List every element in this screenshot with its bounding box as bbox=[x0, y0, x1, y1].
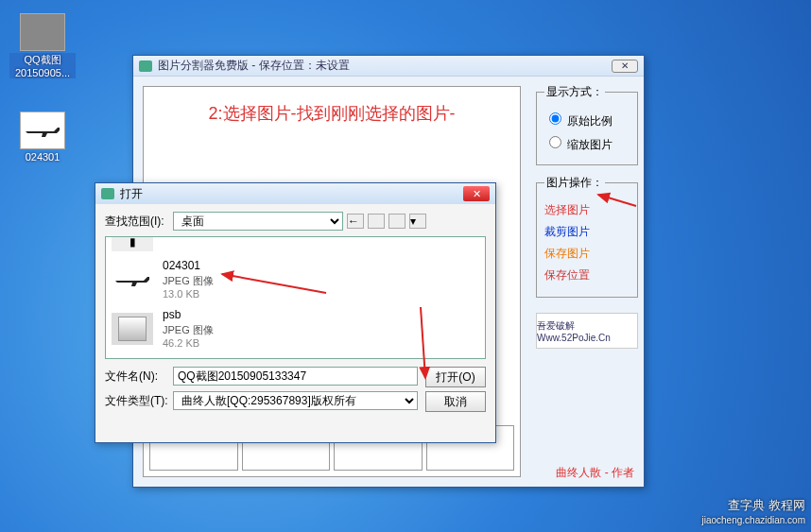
look-in-select[interactable]: 桌面 bbox=[173, 212, 343, 231]
close-icon[interactable]: ✕ bbox=[612, 60, 638, 73]
thumbnail bbox=[112, 264, 153, 296]
brand-logo: 吾爱破解 Www.52PoJie.Cn bbox=[536, 313, 638, 349]
main-titlebar[interactable]: 图片分割器免费版 - 保存位置：未设置 ✕ bbox=[133, 56, 644, 77]
watermark: 查字典 教程网 jiaocheng.chazidian.com bbox=[701, 498, 805, 526]
dialog-title: 打开 bbox=[120, 186, 143, 202]
op-save-image[interactable]: 保存图片 bbox=[544, 246, 630, 262]
app-icon bbox=[139, 60, 152, 72]
radio-scale[interactable]: 缩放图片 bbox=[544, 133, 630, 153]
new-folder-icon[interactable] bbox=[388, 214, 406, 229]
op-select-image[interactable]: 选择图片 bbox=[544, 202, 630, 218]
filename-label: 文件名(N): bbox=[105, 369, 173, 385]
dialog-icon bbox=[101, 188, 114, 199]
filename-input[interactable] bbox=[173, 367, 418, 386]
image-ops-group: 图片操作： 选择图片 裁剪图片 保存图片 保存位置 bbox=[536, 175, 638, 298]
side-panel: 显示方式： 原始比例 缩放图片 图片操作： 选择图片 裁剪图片 保存图片 保存位… bbox=[530, 77, 644, 487]
filetype-select[interactable]: 曲终人散[QQ:295367893]版权所有 bbox=[173, 391, 418, 410]
file-list[interactable]: ▮ x 024301 JPEG 图像 13.0 KB psb bbox=[105, 236, 486, 359]
open-button[interactable]: 打开(O) bbox=[425, 367, 486, 387]
op-save-location[interactable]: 保存位置 bbox=[544, 267, 630, 283]
file-item[interactable]: psb JPEG 图像 46.2 KB bbox=[106, 304, 485, 353]
filetype-label: 文件类型(T): bbox=[105, 393, 173, 409]
image-icon bbox=[20, 112, 65, 149]
desktop-icon-024301[interactable]: 024301 bbox=[9, 112, 76, 163]
thumbnail bbox=[112, 313, 153, 345]
op-crop-image[interactable]: 裁剪图片 bbox=[544, 224, 630, 240]
author-text: 曲终人散 - 作者 bbox=[556, 465, 634, 481]
open-dialog: 打开 ✕ 查找范围(I): 桌面 ← ▾ ▮ x 024301 JPEG 图像 bbox=[95, 182, 496, 443]
window-title: 图片分割器免费版 - 保存位置：未设置 bbox=[158, 58, 350, 74]
image-icon bbox=[20, 13, 65, 51]
file-item[interactable]: ▮ x bbox=[106, 236, 485, 255]
cancel-button[interactable]: 取消 bbox=[425, 391, 486, 412]
close-icon[interactable]: ✕ bbox=[463, 186, 490, 201]
radio-original[interactable]: 原始比例 bbox=[544, 110, 630, 129]
up-icon[interactable] bbox=[368, 214, 385, 229]
hint-text: 2:选择图片-找到刚刚选择的图片- bbox=[144, 102, 520, 125]
look-in-label: 查找范围(I): bbox=[105, 214, 173, 230]
desktop-icon-screenshot[interactable]: QQ截图 20150905... bbox=[9, 13, 76, 78]
view-menu-icon[interactable]: ▾ bbox=[409, 214, 426, 229]
file-item[interactable]: 024301 JPEG 图像 13.0 KB bbox=[106, 255, 485, 304]
back-icon[interactable]: ← bbox=[347, 214, 364, 229]
open-titlebar[interactable]: 打开 ✕ bbox=[95, 183, 495, 204]
display-mode-group: 显示方式： 原始比例 缩放图片 bbox=[536, 84, 638, 165]
thumbnail: ▮ bbox=[112, 236, 153, 251]
